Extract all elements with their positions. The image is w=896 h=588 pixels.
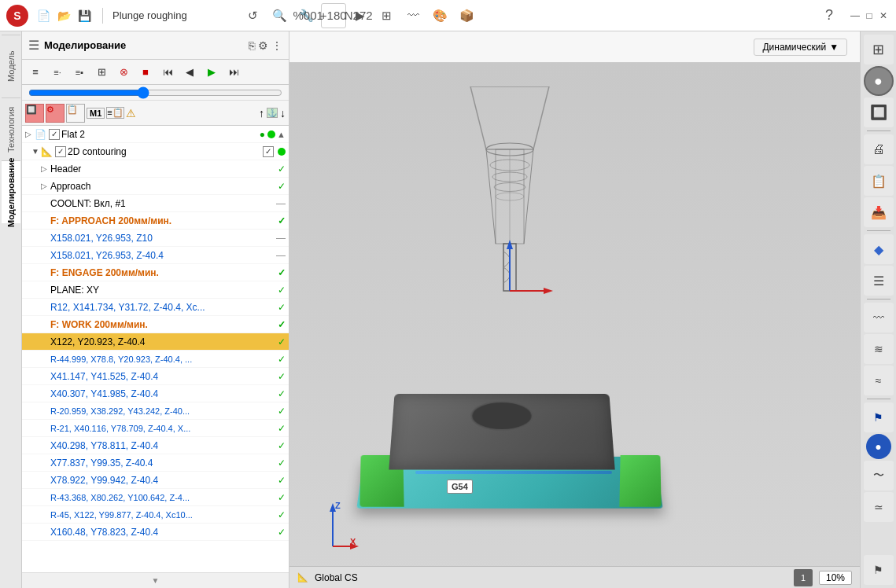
rp-print-btn[interactable]: 🖨 [864, 134, 894, 164]
tree-item-x160[interactable]: X160.48, Y78.823, Z-40.4 ✓ [22, 524, 289, 541]
btn-list-2[interactable]: ≡· [47, 62, 68, 83]
zoom-icon[interactable]: 🔍 [267, 3, 293, 28]
btn-tool-view[interactable]: ⚙ [46, 104, 65, 123]
flat2-checkbox[interactable]: ✓ [49, 129, 60, 140]
tree-item-header[interactable]: ▷ Header ✓ [22, 160, 289, 178]
rp-wave3-btn[interactable]: ≈ [864, 366, 894, 395]
rp-list-btn[interactable]: 📋 [864, 166, 894, 196]
new-file-icon[interactable]: 📄 [35, 7, 52, 24]
cube-icon[interactable]: 📦 [455, 3, 480, 28]
scroll-down-arrow[interactable]: ▼ [152, 576, 160, 585]
tab-model[interactable]: Модель [2, 35, 20, 97]
rp-grid-btn[interactable]: ⊞ [864, 35, 894, 64]
flat2-collapse[interactable]: ▲ [277, 130, 286, 139]
btn-first[interactable]: ⏮ [157, 62, 178, 83]
btn-stop[interactable]: ■ [135, 62, 156, 83]
dynamic-mode-button[interactable]: Динамический ▼ [754, 39, 847, 56]
tab-technology[interactable]: Технология [2, 97, 20, 160]
tree-item-x40-298[interactable]: X40.298, Y78.811, Z-40.4 ✓ [22, 437, 289, 454]
rp-wave1-btn[interactable]: 〰 [864, 303, 894, 333]
tree-item-f-work[interactable]: F: WORK 200мм/мин. ✓ [22, 316, 289, 333]
2d-check2[interactable]: ✓ [263, 146, 274, 157]
rp-wave2-btn[interactable]: ≋ [864, 334, 894, 364]
hamburger-icon[interactable]: ☰ [28, 38, 39, 53]
expand-2d[interactable]: ▼ [31, 147, 41, 156]
expand-approach[interactable]: ▷ [41, 182, 50, 190]
help-button[interactable]: ? [825, 7, 833, 24]
btn-last[interactable]: ⏭ [223, 62, 244, 83]
rp-lines-btn[interactable]: ☰ [864, 266, 894, 296]
tree-item-x78[interactable]: X78.922, Y99.942, Z-40.4 ✓ [22, 472, 289, 489]
rotate-icon[interactable]: ↺ [241, 3, 266, 28]
tree-item-r45[interactable]: R-45, X122, Y99.877, Z-40.4, Хс10... ✓ [22, 506, 289, 524]
tree-item-f-engage[interactable]: F: ENGAGE 200мм/мин. ✓ [22, 264, 289, 281]
grid-icon[interactable]: ⊞ [374, 3, 400, 28]
progress-slider[interactable] [28, 86, 282, 99]
rp-flag-btn[interactable]: ⚑ [864, 402, 894, 432]
open-folder-icon[interactable]: 📂 [55, 7, 72, 24]
tree-item-x77[interactable]: X77.837, Y99.35, Z-40.4 ✓ [22, 454, 289, 472]
tree-item-x40-307[interactable]: X40.307, Y41.985, Z-40.4 ✓ [22, 385, 289, 402]
play-icon[interactable]: ▶ [348, 3, 373, 28]
trajectory-tree[interactable]: ▷ 📄 ✓ Flat 2 ● ▲ ▼ 📐 ✓ 2D contouring ✓ ▷ [22, 126, 289, 572]
maximize-button[interactable]: □ [863, 9, 876, 22]
tree-item-f-approach[interactable]: F: APPROACH 200мм/мин. ✓ [22, 212, 289, 230]
btn-settings2[interactable]: 📋 [66, 104, 85, 123]
rp-bottom-btn[interactable]: ⚑ [864, 555, 894, 585]
color-icon[interactable]: 🎨 [428, 3, 453, 28]
rp-box-btn[interactable]: 🔲 [864, 97, 894, 127]
tree-item-plane[interactable]: PLANE: XY ✓ [22, 281, 289, 299]
tab-modeling[interactable]: Моделирование [2, 160, 20, 223]
btn-play[interactable]: ▶ [201, 62, 222, 83]
panel-copy-icon[interactable]: ⎘ [249, 39, 255, 52]
tree-item-approach[interactable]: ▷ Approach ✓ [22, 178, 289, 195]
rp-wave4-btn[interactable]: 〜 [864, 461, 894, 491]
tree-item-coolnt[interactable]: COOLNT: Вкл, #1 — [22, 195, 289, 212]
btn-cancel[interactable]: ⊗ [113, 62, 134, 83]
btn-grid[interactable]: ⊞ [91, 62, 112, 83]
cs-icon: 📐 [297, 572, 308, 582]
rp-diamond-btn[interactable]: ◆ [864, 234, 894, 264]
tree-item-r20[interactable]: R-20.959, X38.292, Y43.242, Z-40... ✓ [22, 402, 289, 420]
expand-header[interactable]: ▷ [41, 164, 50, 173]
tree-item-x158-z40[interactable]: X158.021, Y26.953, Z-40.4 — [22, 247, 289, 264]
close-button[interactable]: ✕ [877, 9, 890, 22]
flat2-check: ● [260, 129, 265, 140]
panel-more-icon[interactable]: ⋮ [271, 39, 282, 52]
btn-list-1[interactable]: ≡ [25, 62, 46, 83]
flat2-icon: 📄 [35, 129, 46, 140]
3d-scene[interactable]: Z X G54 [289, 63, 860, 588]
tree-item-r21[interactable]: R-21, X40.116, Y78.709, Z-40.4, X... ✓ [22, 420, 289, 437]
wave-icon[interactable]: 〰 [401, 3, 426, 28]
rp-wave5-btn[interactable]: ≃ [864, 492, 894, 522]
minimize-button[interactable]: — [849, 9, 861, 22]
rp-download-btn[interactable]: 📥 [864, 197, 894, 227]
btn-up[interactable]: ↑ [259, 107, 264, 119]
expand-arrow-flat2[interactable]: ▷ [25, 130, 35, 138]
btn-warning[interactable]: ⚠ [126, 107, 136, 119]
btn-list-view[interactable]: ≡📋 [106, 107, 124, 119]
rp-sphere-btn[interactable]: ● [864, 66, 894, 96]
btn-list-3[interactable]: ≡▪ [69, 62, 90, 83]
main-area: Модель Технология Моделирование ☰ Модели… [0, 31, 896, 588]
tree-item-x122-selected[interactable]: X122, Y20.923, Z-40.4 ✓ [22, 333, 289, 351]
save-icon[interactable]: 💾 [76, 7, 93, 24]
tree-item-x41[interactable]: X41.147, Y41.525, Z-40.4 ✓ [22, 368, 289, 385]
tree-item-2d-contouring[interactable]: ▼ 📐 ✓ 2D contouring ✓ [22, 143, 289, 160]
tree-item-r43[interactable]: R-43.368, X80.262, Y100.642, Z-4... ✓ [22, 489, 289, 506]
2d-checkbox[interactable]: ✓ [55, 146, 66, 157]
zoom-control[interactable]: 10% [819, 571, 852, 585]
tree-item-r12[interactable]: R12, X141.734, Y31.72, Z-40.4, Хс... ✓ [22, 299, 289, 316]
btn-3d-view[interactable]: 🔲 [25, 104, 44, 123]
x160-label: X160.48, Y78.823, Z-40.4 [50, 527, 276, 538]
btn-anchor[interactable]: ⚓ [267, 108, 278, 118]
tree-item-flat2[interactable]: ▷ 📄 ✓ Flat 2 ● ▲ [22, 126, 289, 143]
counter-icon[interactable]: %001 +180 N272 [321, 3, 346, 28]
tree-item-r44[interactable]: R-44.999, X78.8, Y20.923, Z-40.4, ... ✓ [22, 351, 289, 368]
btn-m1[interactable]: M1 [87, 108, 105, 119]
rp-active-blue[interactable]: ● [866, 434, 891, 459]
tree-item-x158-z10[interactable]: X158.021, Y26.953, Z10 — [22, 230, 289, 247]
panel-settings-icon[interactable]: ⚙ [258, 39, 268, 52]
btn-down[interactable]: ↓ [280, 107, 286, 119]
btn-prev[interactable]: ◀ [179, 62, 200, 83]
